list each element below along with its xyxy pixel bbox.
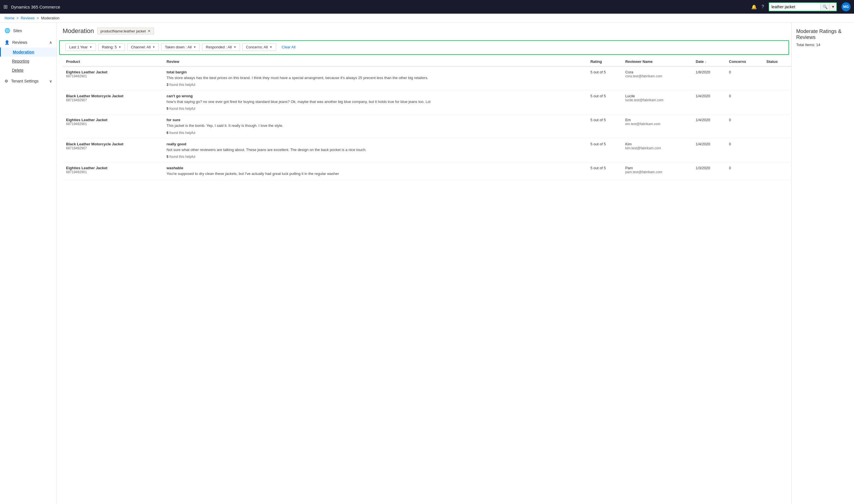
clear-all-button[interactable]: Clear All (280, 43, 298, 51)
cell-concerns-2: 0 (726, 114, 763, 138)
year-chevron-icon: ▼ (89, 46, 92, 49)
table-header-row: Product Review Rating Reviewer Name Date… (63, 57, 791, 66)
helpful-text-1: 5 found this helpful (167, 107, 583, 111)
helpful-text-0: 3 found this helpful (167, 83, 583, 87)
cell-rating-4: 5 out of 5 (587, 162, 622, 180)
channel-filter-button[interactable]: Channel: All ▼ (127, 43, 159, 51)
cell-date-0: 1/8/2020 (692, 66, 726, 90)
responded-filter-button[interactable]: Responded : All ▼ (202, 43, 240, 51)
notification-icon[interactable]: 🔔 (751, 4, 757, 10)
app-title: Dynamics 365 Commerce (11, 4, 748, 10)
cell-reviewer-4: Pam pam.test@fabrikam.com (622, 162, 692, 180)
cell-reviewer-2: Em em.test@fabrikam.com (622, 114, 692, 138)
cell-rating-1: 5 out of 5 (587, 90, 622, 114)
table-row[interactable]: Eighties Leather Jacket 68719492901 tota… (63, 66, 791, 90)
sidebar-tenant-header[interactable]: ⚙ Tenant Settings ∨ (0, 76, 57, 86)
product-filter-tag: productName:leather jacket ✕ (97, 28, 154, 34)
cell-status-2 (763, 114, 791, 138)
rating-filter-button[interactable]: Rating: 5 ▼ (98, 43, 125, 51)
filter-bar: Last 1 Year ▼ Rating: 5 ▼ Channel: All ▼… (59, 40, 789, 55)
product-name-0: Eighties Leather Jacket (66, 70, 160, 74)
concerns-filter-button[interactable]: Concerns: All ▼ (242, 43, 276, 51)
breadcrumb-home[interactable]: Home (4, 16, 15, 20)
year-filter-button[interactable]: Last 1 Year ▼ (66, 43, 96, 51)
avatar[interactable]: MG (841, 2, 851, 11)
rating-filter-label: Rating: 5 (102, 45, 117, 49)
cell-review-4: washable You're supposed to dry clean th… (163, 162, 587, 180)
responded-filter-label: Responded : All (206, 45, 232, 49)
reviews-table-container: Product Review Rating Reviewer Name Date… (57, 57, 791, 504)
search-dropdown-button[interactable]: ▼ (830, 3, 836, 11)
reviewer-email-3: kim.test@fabrikam.com (625, 146, 689, 150)
cell-status-4 (763, 162, 791, 180)
globe-icon: 🌐 (4, 28, 10, 33)
review-title-1: can't go wrong (167, 94, 583, 98)
help-icon[interactable]: ? (762, 4, 764, 10)
cell-rating-3: 5 out of 5 (587, 138, 622, 162)
cell-status-3 (763, 138, 791, 162)
cell-status-1 (763, 90, 791, 114)
sidebar-section-sites: 🌐 Sites (0, 25, 57, 36)
table-row[interactable]: Black Leather Motorcycle Jacket 68719492… (63, 90, 791, 114)
cell-review-2: for sure This jacket is the bomb. Yep, I… (163, 114, 587, 138)
helpful-text-2: 6 found this helpful (167, 131, 583, 135)
reviewer-name-2: Em (625, 118, 689, 122)
review-title-3: really good (167, 142, 583, 146)
global-search-box: 🔍 ▼ (769, 2, 837, 11)
product-name-2: Eighties Leather Jacket (66, 118, 160, 122)
reviewer-email-1: lucile.test@fabrikam.com (625, 98, 689, 102)
breadcrumb-moderation: Moderation (41, 16, 59, 20)
cell-review-3: really good Not sure what other reviewer… (163, 138, 587, 162)
col-concerns: Concerns (726, 57, 763, 66)
top-bar: ⊞ Dynamics 365 Commerce 🔔 ? 🔍 ▼ MG (0, 0, 854, 14)
sidebar-reviews-header[interactable]: 👤 Reviews ∧ (0, 37, 57, 48)
cell-reviewer-3: Kim kim.test@fabrikam.com (622, 138, 692, 162)
sidebar-section-reviews: 👤 Reviews ∧ Moderation Reporting Delete (0, 37, 57, 75)
page-title-row: Moderation productName:leather jacket ✕ (63, 27, 786, 35)
sidebar-item-delete[interactable]: Delete (0, 66, 57, 75)
search-input[interactable] (769, 3, 820, 11)
cell-date-3: 1/4/2020 (692, 138, 726, 162)
product-name-3: Black Leather Motorcycle Jacket (66, 142, 160, 146)
col-product: Product (63, 57, 163, 66)
right-panel-count: Total Items: 14 (796, 43, 850, 47)
taken-down-filter-button[interactable]: Taken down : All ▼ (161, 43, 200, 51)
cell-product-0: Eighties Leather Jacket 68719492901 (63, 66, 163, 90)
table-row[interactable]: Black Leather Motorcycle Jacket 68719492… (63, 138, 791, 162)
reviewer-email-2: em.test@fabrikam.com (625, 122, 689, 126)
helpful-text-3: 5 found this helpful (167, 155, 583, 159)
close-filter-tag-icon[interactable]: ✕ (147, 29, 151, 33)
sidebar-item-reporting[interactable]: Reporting (0, 57, 57, 66)
product-tag-text: productName:leather jacket (101, 29, 146, 33)
date-sort-icon: ↓ (705, 60, 707, 64)
breadcrumb: Home > Reviews > Moderation (0, 14, 854, 23)
cell-concerns-1: 0 (726, 90, 763, 114)
reviews-table: Product Review Rating Reviewer Name Date… (63, 57, 791, 180)
sidebar-item-moderation[interactable]: Moderation (0, 48, 57, 57)
cell-reviewer-1: Lucile lucile.test@fabrikam.com (622, 90, 692, 114)
breadcrumb-reviews[interactable]: Reviews (21, 16, 35, 20)
page-title: Moderation (63, 27, 94, 35)
cell-date-2: 1/4/2020 (692, 114, 726, 138)
table-row[interactable]: Eighties Leather Jacket 68719492901 for … (63, 114, 791, 138)
reviews-icon: 👤 (4, 40, 10, 44)
reviewer-email-0: cora.test@fabrikam.com (625, 74, 689, 78)
right-panel: Moderate Ratings & Reviews Total Items: … (791, 23, 854, 504)
col-date[interactable]: Date ↓ (692, 57, 726, 66)
sidebar-sub-items: Moderation Reporting Delete (0, 48, 57, 75)
search-button[interactable]: 🔍 (820, 3, 830, 11)
cell-product-3: Black Leather Motorcycle Jacket 68719492… (63, 138, 163, 162)
cell-concerns-4: 0 (726, 162, 763, 180)
cell-status-0 (763, 66, 791, 90)
sidebar-reviews-left: 👤 Reviews (4, 40, 27, 44)
cell-review-0: total bargin This store always has the b… (163, 66, 587, 90)
main-layout: 🌐 Sites 👤 Reviews ∧ Moderation Reporting (0, 23, 854, 504)
sidebar-tenant-label: Tenant Settings (11, 79, 39, 83)
table-row[interactable]: Eighties Leather Jacket 68719492901 wash… (63, 162, 791, 180)
sidebar-item-sites[interactable]: 🌐 Sites (0, 25, 57, 36)
grid-icon[interactable]: ⊞ (3, 4, 8, 10)
year-filter-label: Last 1 Year (69, 45, 88, 49)
review-title-4: washable (167, 166, 583, 170)
settings-icon: ⚙ (4, 79, 8, 83)
sidebar-section-tenant: ⚙ Tenant Settings ∨ (0, 76, 57, 86)
